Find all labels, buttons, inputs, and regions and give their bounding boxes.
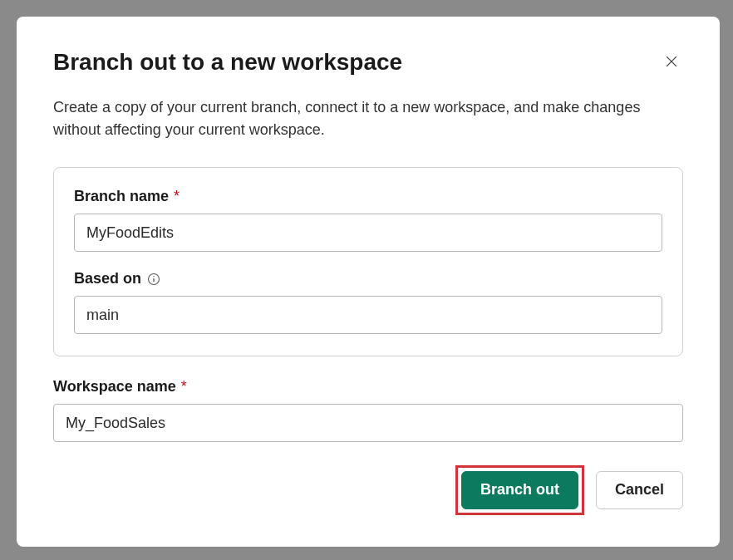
primary-button-highlight: Branch out — [455, 465, 584, 515]
based-on-label: Based on — [74, 270, 662, 287]
based-on-field: Based on — [74, 270, 662, 334]
based-on-label-text: Based on — [74, 270, 141, 287]
close-icon — [663, 53, 680, 72]
based-on-input[interactable] — [74, 296, 662, 334]
branch-name-label-text: Branch name — [74, 188, 169, 205]
form-container: Branch name * Based on — [53, 167, 683, 356]
modal-title: Branch out to a new workspace — [53, 48, 402, 76]
required-indicator: * — [174, 188, 180, 205]
svg-point-4 — [153, 276, 154, 277]
cancel-button[interactable]: Cancel — [596, 471, 683, 509]
workspace-name-input[interactable] — [53, 404, 683, 442]
branch-name-field: Branch name * — [74, 188, 662, 252]
workspace-name-label-text: Workspace name — [53, 378, 176, 395]
branch-name-label: Branch name * — [74, 188, 662, 205]
close-button[interactable] — [660, 50, 683, 76]
workspace-name-label: Workspace name * — [53, 378, 683, 395]
button-row: Branch out Cancel — [53, 465, 683, 515]
workspace-name-field: Workspace name * — [53, 378, 683, 442]
branch-out-modal: Branch out to a new workspace Create a c… — [17, 17, 720, 547]
modal-description: Create a copy of your current branch, co… — [53, 96, 683, 143]
required-indicator: * — [181, 378, 187, 395]
info-icon[interactable] — [146, 272, 161, 287]
modal-header: Branch out to a new workspace — [53, 48, 683, 76]
branch-out-button[interactable]: Branch out — [461, 471, 578, 509]
branch-name-input[interactable] — [74, 214, 662, 252]
